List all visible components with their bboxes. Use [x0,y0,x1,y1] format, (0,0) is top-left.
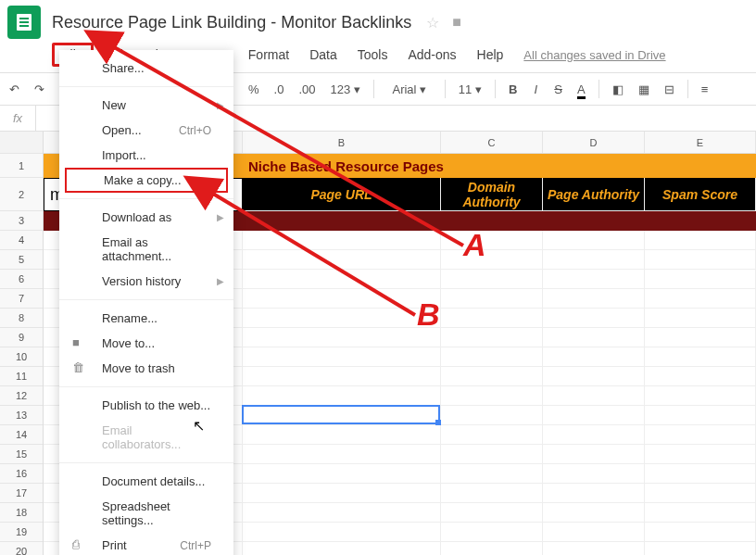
menu-import[interactable]: Import... [59,143,233,168]
row-header[interactable]: 12 [0,386,43,406]
print-icon: ⎙ [72,537,80,551]
menu-download[interactable]: Download as▶ [59,205,233,230]
redo-icon[interactable]: ↷ [29,79,50,100]
menu-print[interactable]: ⎙PrintCtrl+P [59,533,233,555]
menu-tools[interactable]: Tools [348,44,397,66]
col-header[interactable]: C [441,132,543,153]
row-header[interactable]: 20 [0,542,43,555]
number-format-button[interactable]: 123 ▾ [324,79,365,100]
row-header[interactable]: 16 [0,464,43,484]
row-header[interactable]: 7 [0,289,43,309]
col-header[interactable]: D [543,132,645,153]
bold-button[interactable]: B [503,79,523,100]
menu-format[interactable]: Format [239,44,298,66]
mouse-cursor-icon: ↖ [193,417,205,435]
svg-rect-1 [19,18,29,19]
svg-rect-2 [19,21,29,23]
menu-help[interactable]: Help [468,44,513,66]
app-header: Resource Page Link Building - Monitor Ba… [0,0,756,41]
row-header[interactable]: 6 [0,270,43,289]
borders-icon[interactable]: ▦ [633,79,655,100]
font-select[interactable]: Arial ▾ [382,79,437,100]
decimal-dec-button[interactable]: .0 [269,79,290,100]
menu-share[interactable]: Share... [59,56,233,81]
menu-spreadsheet-settings[interactable]: Spreadsheet settings... [59,494,233,533]
row-header[interactable]: 8 [0,309,43,328]
menu-email-collaborators: Email collaborators... [59,418,233,457]
sheets-logo[interactable] [7,6,41,39]
row-header[interactable]: 1 [0,154,43,178]
svg-rect-3 [19,25,29,27]
chevron-right-icon: ▶ [217,212,224,222]
menu-version-history[interactable]: Version history▶ [59,269,233,294]
undo-icon[interactable]: ↶ [4,79,25,100]
col-header[interactable]: B [243,132,441,153]
row-header[interactable]: 13 [0,406,43,425]
menu-publish[interactable]: Publish to the web... [59,393,233,418]
folder-icon: ■ [72,335,80,349]
strike-button[interactable]: S [548,79,568,100]
row-header[interactable]: 2 [0,178,43,211]
italic-button[interactable]: I [526,79,545,100]
col-spam-score: Spam Score [645,178,756,211]
row-header[interactable]: 19 [0,523,43,542]
chevron-right-icon: ▶ [217,276,224,286]
fx-label: fx [0,106,36,131]
percent-button[interactable]: % [243,79,265,100]
row-header[interactable]: 11 [0,367,43,386]
row-header[interactable]: 3 [0,211,43,231]
row-header[interactable]: 18 [0,503,43,523]
menu-addons[interactable]: Add-ons [398,44,465,66]
menu-new[interactable]: New▶ [59,93,233,118]
menu-email-attachment[interactable]: Email as attachment... [59,230,233,269]
row-header[interactable]: 9 [0,328,43,347]
select-all-corner[interactable] [0,132,43,154]
menu-rename[interactable]: Rename... [59,306,233,331]
fill-color-icon[interactable]: ◧ [607,79,629,100]
row-header[interactable]: 15 [0,445,43,464]
row-header[interactable]: 5 [0,250,43,270]
merge-icon[interactable]: ⊟ [659,79,680,100]
col-header[interactable]: E [645,132,756,153]
menu-move-trash[interactable]: 🗑Move to trash [59,356,233,381]
trash-icon: 🗑 [72,360,84,374]
align-icon[interactable]: ≡ [696,79,714,100]
star-icon[interactable]: ☆ [426,14,439,32]
row-header[interactable]: 17 [0,484,43,503]
text-color-button[interactable]: A [572,79,591,100]
menu-data[interactable]: Data [300,44,346,66]
col-domain-authority: Domain Authority [441,178,543,211]
file-menu-dropdown: Share... New▶ Open...Ctrl+O Import... Ma… [59,50,233,555]
chevron-right-icon: ▶ [217,100,224,110]
row-header[interactable]: 4 [0,231,43,250]
row-header[interactable]: 14 [0,425,43,445]
section-title: Niche Based Resource Pages [248,158,444,174]
row-headers: 1 2 3 4 5 6 7 8 9 10 11 12 13 14 15 16 1… [0,132,44,555]
col-page-authority: Page Authority [543,178,645,211]
menu-move-to[interactable]: ■Move to... [59,331,233,356]
save-status[interactable]: All changes saved in Drive [523,48,665,62]
row-header[interactable]: 10 [0,347,43,367]
decimal-inc-button[interactable]: .00 [293,79,321,100]
font-size-select[interactable]: 11 ▾ [453,79,487,100]
col-page-url: Page URL [243,178,441,211]
menu-open[interactable]: Open...Ctrl+O [59,118,233,143]
document-title[interactable]: Resource Page Link Building - Monitor Ba… [48,13,411,32]
menu-make-copy[interactable]: Make a copy... [65,168,228,193]
folder-icon[interactable]: ■ [452,14,461,31]
menu-document-details[interactable]: Document details... [59,469,233,494]
